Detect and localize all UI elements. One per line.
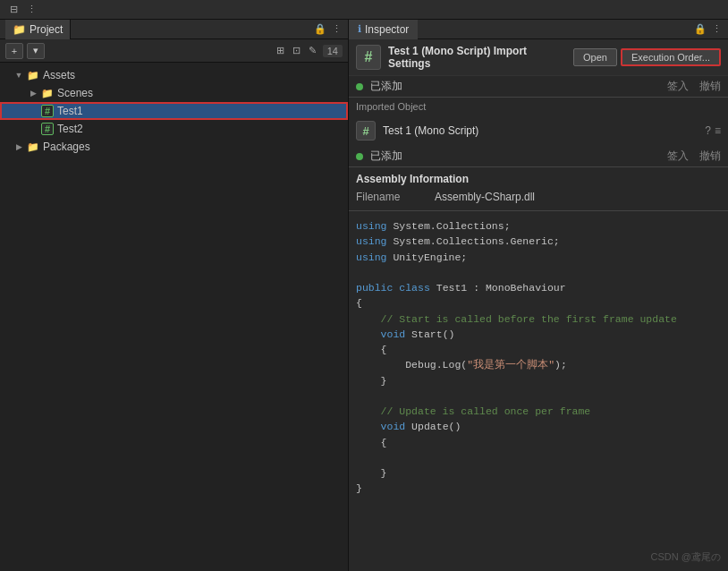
code-comment-2: // Update is called once per frame — [381, 405, 591, 417]
code-line-3k: using — [356, 251, 387, 263]
arrow-assets: ▼ — [14, 71, 23, 80]
assembly-row: Filename Assembly-CSharp.dll — [356, 189, 721, 205]
imported-object-name: Test 1 (Mono Script) — [383, 124, 698, 137]
folder-scenes-icon: 📁 — [41, 88, 54, 99]
project-panel-header: 📁 Project 🔒 ⋮ — [0, 20, 348, 39]
import-buttons: Open Execution Order... — [573, 48, 721, 66]
code-line-1: using — [356, 220, 387, 232]
action-links-2: 签入 撤销 — [667, 149, 721, 164]
import-title: Test 1 (Mono Script) Import Settings — [388, 45, 566, 70]
tree-label-assets: Assets — [43, 69, 75, 81]
execution-order-button[interactable]: Execution Order... — [621, 48, 721, 66]
imported-object-row: # Test 1 (Mono Script) ? ≡ — [356, 121, 721, 141]
project-panel: 📁 Project 🔒 ⋮ + ▾ ⊞ ⊡ ✎ 14 ▼ — [0, 20, 349, 571]
open-button[interactable]: Open — [573, 48, 617, 66]
script-test2-icon: # — [41, 123, 54, 135]
watermark: CSDN @鸢尾の — [651, 550, 721, 564]
action-links-1: 签入 撤销 — [667, 79, 721, 94]
badge-count: 14 — [323, 45, 343, 57]
project-tab-label: Project — [30, 23, 63, 36]
hash-icon: # — [356, 45, 381, 70]
code-line-3r: UnityEngine; — [387, 251, 468, 263]
green-dot-2 — [356, 153, 363, 160]
minimize-icon[interactable]: ⊟ — [7, 4, 20, 16]
panel-tab-icons: 🔒 ⋮ — [314, 23, 343, 36]
inspector-tab-row: ℹ Inspector 🔒 ⋮ — [349, 20, 728, 39]
tree-label-scenes: Scenes — [57, 87, 93, 99]
main-layout: 📁 Project 🔒 ⋮ + ▾ ⊞ ⊡ ✎ 14 ▼ — [0, 20, 728, 571]
code-section: using System.Collections; using System.C… — [349, 211, 728, 504]
code-public: public class — [356, 282, 430, 294]
assembly-filename-key: Filename — [356, 191, 427, 203]
inspector-dots-icon[interactable]: ⋮ — [710, 23, 723, 36]
tree-label-test1: Test1 — [57, 105, 83, 117]
lock-icon[interactable]: 🔒 — [314, 23, 326, 36]
status-row-2: 已添加 签入 撤销 — [349, 146, 728, 166]
script-test1-icon: # — [41, 105, 54, 117]
inspector-panel: ℹ Inspector 🔒 ⋮ # Test 1 (Mono Script) I… — [349, 20, 728, 571]
imported-object-label: Imported Object — [349, 98, 728, 115]
folder-packages-icon: 📁 — [27, 141, 39, 153]
add-button[interactable]: + — [5, 43, 23, 59]
more-icon[interactable]: ≡ — [715, 124, 721, 137]
project-tab[interactable]: 📁 Project — [5, 20, 71, 39]
tree-label-test2: Test2 — [57, 123, 83, 135]
inspector-tab[interactable]: ℹ Inspector — [349, 20, 418, 39]
cancel-link-2[interactable]: 撤销 — [699, 149, 721, 164]
inspector-tab-icons: 🔒 ⋮ — [694, 23, 728, 36]
add-dropdown[interactable]: ▾ — [27, 43, 45, 59]
top-bar: ⊟ ⋮ — [0, 0, 728, 20]
project-toolbar: + ▾ ⊞ ⊡ ✎ 14 — [0, 39, 348, 63]
import-header: # Test 1 (Mono Script) Import Settings O… — [349, 39, 728, 76]
code-string-1: "我是第一个脚本" — [467, 359, 554, 371]
search-icon[interactable]: ✎ — [307, 45, 319, 57]
status-added-2: 已添加 — [370, 149, 402, 164]
imported-object: # Test 1 (Mono Script) ? ≡ — [349, 115, 728, 146]
code-void-kw: void — [381, 328, 406, 340]
arrow-scenes: ▶ — [29, 89, 38, 98]
green-dot-1 — [356, 83, 363, 90]
inspector-content: # Test 1 (Mono Script) Import Settings O… — [349, 39, 728, 571]
cancel-link-1[interactable]: 撤销 — [699, 79, 721, 94]
tree-item-packages[interactable]: ▶ 📁 Packages — [0, 138, 348, 156]
tree-label-packages: Packages — [43, 141, 90, 153]
imported-object-icons: ? ≡ — [705, 124, 721, 137]
sign-in-link-1[interactable]: 签入 — [667, 79, 689, 94]
code-void-kw-2: void — [381, 421, 406, 432]
inspector-lock-icon[interactable]: 🔒 — [694, 23, 707, 36]
grid-icon[interactable]: ⊞ — [275, 45, 287, 57]
assembly-title: Assembly Information — [356, 173, 721, 185]
code-void-start — [356, 328, 381, 340]
status-row-1: 已添加 签入 撤销 — [349, 76, 728, 97]
code-void-update — [356, 421, 381, 432]
folder-tab-icon: 📁 — [13, 23, 26, 36]
inspector-info-icon: ℹ — [358, 23, 361, 35]
code-comment-1: // Start is called before the first fram… — [381, 313, 677, 325]
file-tree: ▼ 📁 Assets ▶ 📁 Scenes # Test1 # Test2 — [0, 63, 348, 571]
sign-in-link-2[interactable]: 签入 — [667, 149, 689, 164]
tree-item-assets[interactable]: ▼ 📁 Assets — [0, 66, 348, 84]
menu-icon[interactable]: ⋮ — [25, 4, 38, 16]
code-line-2r: System.Collections.Generic; — [387, 235, 560, 247]
dots-icon[interactable]: ⋮ — [330, 23, 343, 36]
imported-hash-icon: # — [356, 121, 376, 141]
assembly-filename-val: Assembly-CSharp.dll — [435, 191, 535, 203]
code-line-2k: using — [356, 235, 387, 247]
hash-symbol: # — [365, 49, 373, 65]
imported-hash-symbol: # — [362, 124, 368, 138]
tree-item-scenes[interactable]: ▶ 📁 Scenes — [0, 84, 348, 102]
tree-item-test1[interactable]: # Test1 — [0, 102, 348, 120]
assembly-section: Assembly Information Filename Assembly-C… — [349, 167, 728, 210]
list-icon[interactable]: ⊡ — [291, 45, 303, 57]
folder-assets-icon: 📁 — [27, 70, 39, 81]
status-added-1: 已添加 — [370, 79, 402, 94]
code-line-1-rest: System.Collections; — [387, 220, 511, 232]
arrow-packages: ▶ — [14, 142, 23, 151]
inspector-tab-label: Inspector — [365, 23, 409, 36]
question-icon[interactable]: ? — [705, 124, 711, 137]
tree-item-test2[interactable]: # Test2 — [0, 120, 348, 138]
